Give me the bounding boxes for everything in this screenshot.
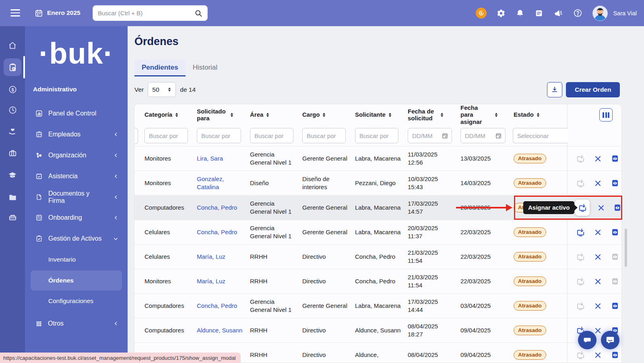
benefits-icon[interactable]: [4, 123, 21, 140]
clipboard-check-icon: [35, 235, 43, 242]
tab-historial[interactable]: Historial: [186, 60, 225, 76]
sidebar-item-documentos-y-firma[interactable]: Documentos y Firma: [31, 189, 122, 205]
culture-icon[interactable]: [4, 144, 21, 162]
table-row[interactable]: Computadores Aldunce, Susann RRHH Direct…: [134, 318, 621, 343]
sidebar-subitem-ordenes[interactable]: Órdenes: [31, 270, 122, 291]
cell-categoria: Computadores: [139, 204, 192, 212]
user-name[interactable]: Sara Vial: [613, 10, 637, 16]
sidebar-item-empleados[interactable]: Empleados: [31, 126, 122, 142]
news-feed-icon[interactable]: [535, 9, 543, 18]
assign-asset-icon[interactable]: [575, 227, 586, 237]
cancel-order-icon[interactable]: [592, 276, 603, 287]
sidebar-item-onboarding[interactable]: Onboarding: [31, 210, 122, 226]
asset-management-icon[interactable]: [4, 58, 21, 76]
table-row[interactable]: Monitores María, Luz RRHH Directivo Conc…: [134, 269, 621, 294]
search-input[interactable]: [93, 10, 194, 16]
table-row[interactable]: Celulares María, Luz RRHH Directivo Conc…: [134, 245, 621, 269]
view-order-icon[interactable]: [613, 202, 622, 213]
create-order-button[interactable]: Crear Orden: [566, 82, 620, 97]
search-icon[interactable]: [194, 9, 202, 17]
table-row[interactable]: Computadores Concha, Pedro Gerencia Gene…: [134, 294, 621, 318]
assign-asset-icon[interactable]: [575, 276, 586, 287]
table-scrollbar[interactable]: [625, 229, 627, 267]
column-header-estado[interactable]: Estado: [508, 111, 567, 118]
filter-solicitante-input[interactable]: [355, 128, 398, 143]
view-order-icon[interactable]: [610, 276, 620, 287]
notifications-bell-icon[interactable]: [516, 9, 524, 18]
cancel-order-icon[interactable]: [592, 178, 603, 188]
filter-fecha-solicitud-date[interactable]: DD/MM: [408, 128, 452, 143]
training-icon[interactable]: [4, 166, 21, 184]
filter-cargo-input[interactable]: [302, 128, 346, 143]
filter-solicitado-para-input[interactable]: [197, 128, 241, 143]
view-order-icon[interactable]: [610, 227, 620, 237]
announcements-megaphone-icon[interactable]: [553, 8, 564, 19]
sidebar-item-asistencia[interactable]: Asistencia: [31, 168, 122, 184]
assign-asset-icon[interactable]: [575, 252, 586, 262]
view-order-icon[interactable]: [610, 301, 620, 311]
time-icon[interactable]: [4, 101, 21, 119]
cell-solicitado-para-link[interactable]: Aldunce, Susann: [192, 326, 245, 334]
assign-asset-icon[interactable]: [575, 350, 586, 360]
filter-fecha-asignar-date[interactable]: DD/MM: [460, 128, 506, 143]
cell-solicitado-para-link[interactable]: Lira, Sara: [192, 155, 245, 163]
period-selector[interactable]: Enero 2025: [35, 6, 80, 20]
column-header-cargo[interactable]: Cargo: [297, 111, 350, 118]
feedback-chat-fab[interactable]: [578, 331, 597, 349]
hamburger-menu-icon[interactable]: [10, 8, 20, 17]
tab-pendientes[interactable]: Pendientes: [134, 60, 186, 76]
cancel-order-icon[interactable]: [592, 350, 603, 360]
cancel-order-icon[interactable]: [592, 252, 603, 262]
cancel-order-icon[interactable]: [592, 301, 603, 311]
cell-solicitado-para-link[interactable]: María, Luz: [192, 253, 245, 261]
column-header-categoria[interactable]: Categoría: [139, 111, 192, 118]
cell-solicitado-para-link[interactable]: Concha, Pedro: [192, 302, 245, 310]
view-order-icon[interactable]: [610, 178, 620, 188]
cell-fecha-solicitud: 08/04/2025: [402, 351, 455, 359]
cell-solicitado-para-link[interactable]: María, Luz: [192, 277, 245, 285]
cancel-order-icon[interactable]: [592, 227, 603, 237]
view-order-icon[interactable]: [610, 252, 620, 262]
column-settings-button[interactable]: [599, 108, 613, 122]
terminal-icon[interactable]: [4, 208, 21, 226]
cell-solicitado-para-link[interactable]: Gonzalez, Catalina: [192, 175, 245, 191]
cancel-order-icon[interactable]: [597, 202, 606, 213]
table-row[interactable]: Monitores Gonzalez, Catalina Diseño Dise…: [134, 171, 621, 196]
table-row[interactable]: Monitores Lira, Sara Gerencia General Ni…: [134, 146, 621, 171]
sidebar-subitem-inventario[interactable]: Inventario: [31, 252, 122, 268]
column-header-solicitado-para[interactable]: Solicitado para: [192, 108, 245, 122]
assign-asset-icon[interactable]: [575, 153, 586, 164]
sidebar-item-gestion-de-activos[interactable]: Gestión de Activos: [31, 231, 122, 247]
cell-estado: Atrasado: [508, 252, 567, 262]
cancel-order-icon[interactable]: [592, 153, 603, 164]
user-avatar[interactable]: [592, 6, 608, 21]
column-header-fecha-asignar[interactable]: Fecha para asignar: [455, 104, 508, 125]
cell-solicitado-para-link[interactable]: Concha, Pedro: [192, 228, 245, 236]
view-order-icon[interactable]: [610, 153, 620, 164]
sidebar-item-otros[interactable]: Otros: [31, 316, 122, 332]
rewards-icon[interactable]: [476, 8, 487, 19]
view-order-icon[interactable]: [610, 350, 620, 360]
per-page-select[interactable]: 50: [148, 82, 176, 97]
files-icon[interactable]: [4, 188, 21, 206]
sidebar-item-organizacion[interactable]: Organización: [31, 147, 122, 163]
sidebar-subitem-configuraciones[interactable]: Configuraciones: [31, 293, 122, 309]
help-icon[interactable]: [573, 8, 582, 18]
payroll-icon[interactable]: $: [4, 80, 21, 98]
support-chat-fab[interactable]: [601, 331, 619, 349]
export-download-button[interactable]: [547, 82, 562, 97]
table-row[interactable]: Celulares Concha, Pedro Gerencia General…: [134, 220, 621, 245]
filter-categoria-input[interactable]: [144, 128, 188, 143]
cell-solicitado-para-link[interactable]: Concha, Pedro: [192, 204, 245, 212]
assign-asset-icon[interactable]: [575, 301, 586, 311]
assign-asset-icon[interactable]: [575, 178, 586, 188]
filter-estado-select[interactable]: Seleccionar: [513, 128, 568, 143]
filter-area-input[interactable]: [250, 128, 293, 143]
cell-solicitante: Concha, Pedro: [350, 277, 402, 285]
column-header-solicitante[interactable]: Solicitante: [350, 111, 402, 118]
home-icon[interactable]: [4, 37, 21, 54]
sidebar-item-panel-de-control[interactable]: Panel de Control: [31, 105, 122, 122]
column-header-area[interactable]: Área: [245, 111, 297, 118]
settings-gear-icon[interactable]: [497, 9, 506, 18]
column-header-fecha-solicitud[interactable]: Fecha de solicitud: [402, 108, 455, 122]
